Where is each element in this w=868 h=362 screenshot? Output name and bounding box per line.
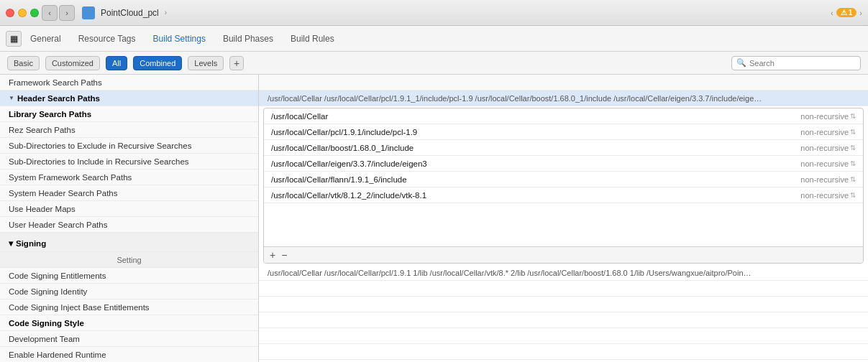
row-enable-hardened[interactable]: Enable Hardened Runtime [0,347,258,362]
library-search-paths-value[interactable]: /usr/local/Cellar /usr/local/Cellar/pcl/… [259,265,868,281]
path-text: /usr/local/Cellar/boost/1.68.0_1/include [271,144,795,152]
recursive-label: non-recursive ⇅ [800,175,856,184]
filter-all-button[interactable]: All [106,56,127,70]
row-setting-label: Setting [0,252,258,268]
expanded-row-2[interactable]: /usr/local/Cellar/boost/1.68.0_1/include… [264,140,863,156]
path-text: /usr/local/Cellar/eigen/3.3.7/include/ei… [271,159,795,168]
row-label: Development Team [9,335,80,343]
path-text: /usr/local/Cellar/pcl/1.9.1/include/pcl-… [271,128,795,136]
tab-resource-tags[interactable]: Resource Tags [78,31,136,47]
row-code-signing-identity[interactable]: Code Signing Identity [0,284,258,300]
row-sub-dirs-exclude[interactable]: Sub-Directories to Exclude in Recursive … [0,138,258,154]
row-code-signing-inject[interactable]: Code Signing Inject Base Entitlements [0,300,258,315]
triangle-icon: ▼ [9,95,14,101]
tab-general[interactable]: General [30,31,61,47]
nav-back-button[interactable]: ‹ [42,5,58,21]
row-label: Code Signing Style [9,319,84,328]
window-controls [6,9,39,17]
row-label: Code Signing Inject Base Entitlements [9,303,150,312]
path-text: /usr/local/Cellar [271,112,795,121]
toolbar: ▦ General Resource Tags Build Settings B… [0,26,868,52]
row-signing-header: ▾ Signing [0,233,258,252]
row-label: System Framework Search Paths [9,173,132,182]
system-framework-value [259,328,868,344]
project-title: PointCloud_pcl [101,8,159,18]
search-box: 🔍 [731,56,861,70]
warning-count: 1 [849,9,853,17]
warn-next-arrow[interactable]: › [859,9,862,17]
stepper-icon[interactable]: ⇅ [850,128,856,136]
right-panel: /usr/local/Cellar /usr/local/Cellar/pcl/… [259,75,868,362]
sidebar-toggle-button[interactable]: ▦ [6,31,22,47]
row-label: Sub-Directories to Include in Recursive … [9,157,189,166]
sidebar-icon: ▦ [10,34,18,44]
row-code-signing-style[interactable]: Code Signing Style [0,315,258,331]
remove-path-button[interactable]: − [281,250,287,260]
filter-customized-button[interactable]: Customized [45,56,100,70]
main-content: Framework Search Paths ▼ Header Search P… [0,75,868,362]
row-header-search-paths[interactable]: ▼ Header Search Paths [0,90,258,106]
tab-build-settings[interactable]: Build Settings [153,31,206,47]
close-button[interactable] [6,9,14,17]
expanded-row-4[interactable]: /usr/local/Cellar/flann/1.9.1_6/include … [264,172,863,187]
title-bar: ‹ › PointCloud_pcl › ‹ ⚠ 1 › [0,0,868,26]
stepper-icon[interactable]: ⇅ [850,159,856,167]
maximize-button[interactable] [30,9,39,17]
project-icon [82,6,95,19]
row-sub-dirs-include[interactable]: Sub-Directories to Include in Recursive … [0,154,258,170]
rez-search-value [259,281,868,297]
row-development-team[interactable]: Development Team [0,331,258,347]
filter-combined-button[interactable]: Combined [133,56,182,70]
expanded-row-5[interactable]: /usr/local/Cellar/vtk/8.1.2_2/include/vt… [264,187,863,203]
row-label: System Header Search Paths [9,189,118,198]
add-filter-button[interactable]: + [229,56,244,70]
expanded-footer: + − [264,246,863,263]
path-text: /usr/local/Cellar/vtk/8.1.2_2/include/vt… [271,191,795,200]
stepper-icon[interactable]: ⇅ [850,112,856,120]
warning-badge: ⚠ 1 [836,8,857,17]
recursive-label: non-recursive ⇅ [800,191,856,200]
signing-collapse-icon[interactable]: ▾ [9,238,13,249]
row-user-header-search[interactable]: User Header Search Paths [0,217,258,233]
stepper-icon[interactable]: ⇅ [850,175,856,183]
sub-dirs-include-value [259,312,868,328]
tab-build-rules[interactable]: Build Rules [291,31,334,47]
row-label: Sub-Directories to Exclude in Recursive … [9,141,191,150]
warning-icon: ⚠ [841,9,847,17]
row-label: Enable Hardened Runtime [9,351,106,359]
row-framework-search-paths[interactable]: Framework Search Paths [0,75,258,90]
filter-levels-button[interactable]: Levels [188,56,224,70]
row-system-header-search[interactable]: System Header Search Paths [0,185,258,201]
row-system-framework-search[interactable]: System Framework Search Paths [0,170,258,185]
expanded-row-0[interactable]: /usr/local/Cellar non-recursive ⇅ [264,108,863,124]
row-rez-search-paths[interactable]: Rez Search Paths [0,122,258,138]
system-header-value [259,344,868,360]
row-use-header-maps[interactable]: Use Header Maps [0,201,258,217]
expanded-row-3[interactable]: /usr/local/Cellar/eigen/3.3.7/include/ei… [264,156,863,172]
title-chevron-icon: › [165,9,167,17]
filter-basic-button[interactable]: Basic [7,56,40,70]
minimize-button[interactable] [18,9,27,17]
row-library-search-paths[interactable]: Library Search Paths [0,106,258,122]
header-search-value-text: /usr/local/Cellar /usr/local/Cellar/pcl/… [268,94,762,103]
left-panel: Framework Search Paths ▼ Header Search P… [0,75,259,362]
search-input[interactable] [749,59,856,68]
row-code-signing-entitlements[interactable]: Code Signing Entitlements [0,268,258,284]
library-search-value-text: /usr/local/Cellar /usr/local/Cellar/pcl/… [268,269,751,277]
row-label: Framework Search Paths [9,78,102,87]
group-label: Setting [117,256,141,264]
expanded-empty-area [264,203,863,246]
signing-label: Signing [16,239,46,248]
stepper-icon[interactable]: ⇅ [850,144,856,152]
expanded-row-1[interactable]: /usr/local/Cellar/pcl/1.9.1/include/pcl-… [264,124,863,140]
tab-navigation: General Resource Tags Build Settings Bui… [30,31,334,47]
stepper-icon[interactable]: ⇅ [850,191,856,199]
tab-build-phases[interactable]: Build Phases [223,31,273,47]
row-label: Rez Search Paths [9,126,76,134]
nav-forward-button[interactable]: › [59,5,75,21]
warn-prev-arrow[interactable]: ‹ [831,9,833,17]
row-label: Library Search Paths [9,110,91,119]
header-search-paths-value[interactable]: /usr/local/Cellar /usr/local/Cellar/pcl/… [259,90,868,106]
add-path-button[interactable]: + [270,250,275,260]
filter-bar: Basic Customized All Combined Levels + 🔍 [0,52,868,75]
